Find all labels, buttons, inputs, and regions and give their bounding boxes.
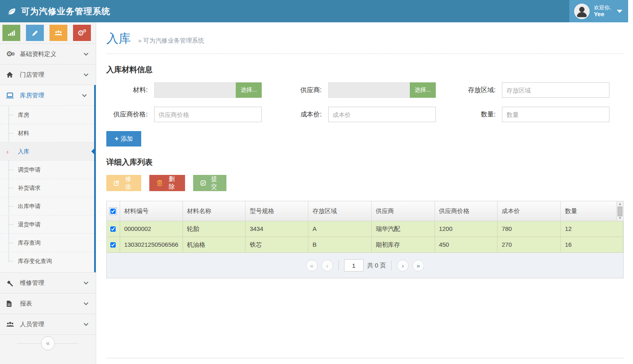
area-input[interactable] [502,82,609,98]
page-number-input[interactable] [344,259,364,271]
app-header: 可为汽修业务管理系统 欢迎你, Yee [0,0,633,22]
collapse-sidebar-button[interactable]: « [41,336,55,350]
pencil-icon [32,30,39,37]
col-supplier[interactable]: 供应商 [372,201,435,221]
col-material-name[interactable]: 材料名称 [183,201,246,221]
supplier-price-label: 供应商价格: [106,110,154,119]
sidebar-item-stores-row[interactable]: 门店管理 [0,65,96,85]
sidebar-item-stores: 门店管理 [0,64,96,85]
area-label: 存放区域: [454,86,502,95]
scroll-up-icon[interactable]: ▲ [617,202,623,206]
last-page-button[interactable]: » [412,260,424,271]
table-row[interactable]: 1303021250506566 机油格 铁芯 B 期初库存 450 270 1… [107,237,623,253]
inbound-table: 材料编号 材料名称 型号规格 存放区域 供应商 供应商价格 成本价 数量 ▲ ▼… [106,201,624,278]
pagination-divider [338,261,339,270]
bar-chart-icon [8,30,15,36]
edit-button[interactable]: 修改 [106,175,141,191]
gavel-icon [6,279,17,286]
material-choose-button[interactable]: 选择... [236,82,262,98]
sidebar-item-base-data-row[interactable]: ⚙⚙ 基础资料定义 [0,44,96,64]
user-name: Yee [594,11,604,17]
total-pages-label: 共 0 页 [367,262,386,269]
sidebar-subitem-replenish-request[interactable]: 补货请求 [0,179,94,197]
add-button[interactable]: + 添加 [106,131,141,146]
delete-button[interactable]: 删除 [149,175,185,191]
scroll-down-icon[interactable]: ▼ [617,216,623,220]
breadcrumb: » 可为汽修业务管理系统 [138,37,204,44]
sidebar-subitem-return-request[interactable]: 退货申请 [0,215,94,233]
chevron-down-icon [84,51,88,56]
sidebar-subitem-transfer-request[interactable]: 调货申请 [0,160,94,179]
supplier-input[interactable] [328,82,410,98]
col-material-id[interactable]: 材料编号 [120,201,183,221]
sidebar-subitem-outbound-request[interactable]: 出库申请 [0,197,94,215]
users-button[interactable] [50,25,67,41]
material-label: 材料: [106,86,154,95]
gears-button[interactable]: ⚙⚙ [73,25,91,41]
person-icon [575,4,589,18]
quick-buttons: ⚙⚙ [0,22,96,43]
table-row[interactable]: 00000002 轮胎 3434 A 瑞华汽配 1200 780 12 [107,221,623,237]
main-content: 入库 » 可为汽修业务管理系统 入库材料信息 材料: 选择... 供应商: 选择… [97,22,633,364]
sidebar-item-personnel-row[interactable]: 人员管理 [0,314,96,334]
sidebar-item-warehouse-row[interactable]: 库房管理 [0,85,94,106]
supplier-label: 供应商: [280,86,328,95]
table-header: 材料编号 材料名称 型号规格 存放区域 供应商 供应商价格 成本价 数量 ▲ ▼ [107,201,623,221]
warehouse-submenu: 库房 材料 ›入库 调货申请 补货请求 出库申请 退货申请 库存查询 库存变化查… [0,106,94,272]
page-head: 入库 » 可为汽修业务管理系统 [106,30,624,54]
qty-label: 数量: [454,110,502,119]
sidebar-item-base-data: ⚙⚙ 基础资料定义 [0,43,96,64]
supplier-field: 供应商: 选择... [280,82,443,98]
pencil-button[interactable] [26,25,44,41]
scroll-thumb[interactable] [618,207,622,216]
sidebar-subitem-inbound[interactable]: ›入库 [0,142,94,160]
select-all-checkbox[interactable] [110,209,116,214]
col-cost-price[interactable]: 成本价 [497,201,561,221]
col-model-spec[interactable]: 型号规格 [245,201,308,221]
col-qty[interactable]: 数量 [561,201,616,221]
prev-page-button[interactable]: ‹ [321,260,333,271]
chevron-down-icon [84,72,88,76]
pagination-divider [391,261,392,270]
home-icon [6,71,17,78]
supplier-choose-button[interactable]: 选择... [410,82,436,98]
list-actions: 修改 删除 提交 [106,175,624,191]
supplier-price-input[interactable] [154,107,262,122]
plus-icon: + [115,135,119,143]
col-supplier-price[interactable]: 供应商价格 [435,201,498,221]
sidebar-subitem-stock-change-query[interactable]: 库存变化查询 [0,252,94,270]
leaf-icon [6,6,17,17]
sidebar-item-repair: 维修管理 [0,272,96,293]
col-storage-area[interactable]: 存放区域 [308,201,372,221]
page-title: 入库 [106,32,131,45]
cost-label: 成本价: [280,110,328,119]
row-checkbox[interactable] [110,242,116,248]
qty-input[interactable] [502,107,609,122]
sidebar-subitem-stock-query[interactable]: 库存查询 [0,233,94,252]
users-icon [6,321,17,328]
submit-button[interactable]: 提交 [193,175,226,191]
pagination: « ‹ 共 0 页 › » [107,253,623,278]
sidebar-subitem-material[interactable]: 材料 [0,124,94,142]
material-input[interactable] [154,82,236,98]
chevron-down-icon [84,321,88,326]
check-square-icon [200,180,206,186]
gears-icon: ⚙⚙ [78,28,87,38]
cost-input[interactable] [328,107,436,122]
chevron-down-icon [84,280,88,284]
user-menu[interactable]: 欢迎你, Yee [569,0,628,22]
bar-chart-button[interactable] [2,25,20,41]
sidebar-item-repair-row[interactable]: 维修管理 [0,273,96,293]
selected-marker-icon: › [6,142,9,161]
first-page-button[interactable]: « [306,260,318,271]
inbound-list-section-title: 详细入库列表 [106,157,624,168]
brand: 可为汽修业务管理系统 [0,6,110,17]
next-page-button[interactable]: › [397,260,409,271]
material-field: 材料: 选择... [106,82,269,98]
table-scrollbar[interactable]: ▲ ▼ [616,201,623,221]
row-checkbox[interactable] [110,226,116,232]
sidebar-item-reports-row[interactable]: 报表 [0,293,96,314]
sidebar-subitem-warehouse[interactable]: 库房 [0,106,94,124]
sidebar: ⚙⚙ ⚙⚙ 基础资料定义 门店管理 库房管理 库房 材料 ›入库 调货申请 补货… [0,22,96,364]
select-all-cell [107,201,120,221]
